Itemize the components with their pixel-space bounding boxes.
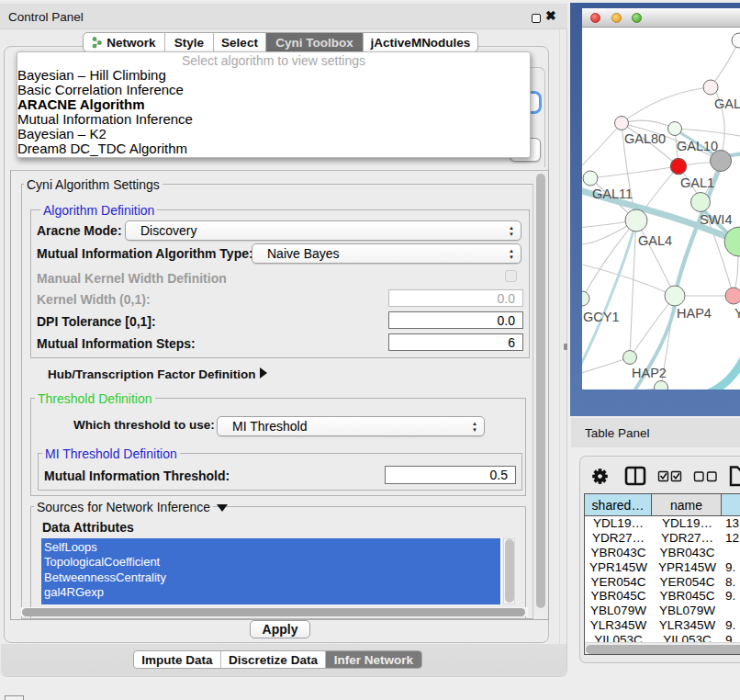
svg-text:GAL10: GAL10 <box>677 139 718 153</box>
svg-text:GAL7: GAL7 <box>714 96 740 111</box>
svg-text:HAP2: HAP2 <box>632 366 667 380</box>
svg-text:GAL1: GAL1 <box>680 175 714 190</box>
svg-text:Y: Y <box>734 306 740 321</box>
svg-text:SWI4: SWI4 <box>700 212 732 227</box>
svg-text:HAP4: HAP4 <box>677 306 712 321</box>
svg-text:GAL80: GAL80 <box>624 131 666 146</box>
svg-text:GAL11: GAL11 <box>592 186 633 201</box>
svg-text:GCY1: GCY1 <box>583 310 620 324</box>
svg-text:GAL4: GAL4 <box>638 233 672 248</box>
